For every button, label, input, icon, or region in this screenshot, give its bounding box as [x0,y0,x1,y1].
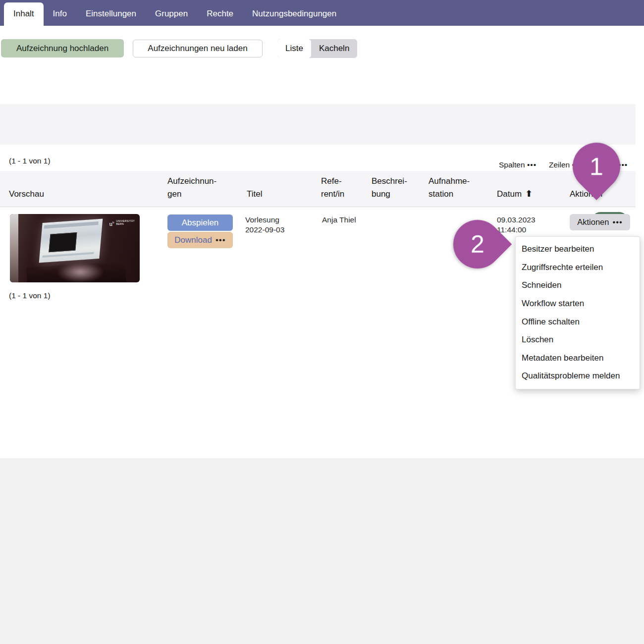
columns-menu-button[interactable]: Spalten ••• [499,161,537,169]
university-bern-logo: ub UNIVERSITÄT BERN [109,219,135,227]
header-line: station [429,188,470,201]
photo-left-glare [10,214,18,282]
tab-gruppen[interactable]: Gruppen [146,2,197,26]
result-count-bottom: (1 - 1 von 1) [9,291,51,300]
annotation-number: 1 [590,154,603,179]
header-line: Beschrei- [372,175,407,188]
sort-ascending-icon: ⬆ [525,189,533,199]
video-thumbnail[interactable]: ub UNIVERSITÄT BERN [10,214,140,282]
header-line: Vorschau [9,188,44,201]
header-line: gen [167,188,216,201]
rows-menu-button[interactable]: Zeilen • [549,161,575,169]
menu-item-schneiden[interactable]: Schneiden [516,276,640,295]
view-toggle-tiles[interactable]: Kacheln [311,39,357,58]
cell-presenter: Anja Thiel [322,215,356,225]
page: Inhalt Info Einstellungen Gruppen Rechte… [0,0,644,644]
menu-item-offline-schalten[interactable]: Offline schalten [516,313,640,331]
header-line: Refe- [321,175,344,188]
menu-item-workflow-starten[interactable]: Workflow starten [516,295,640,313]
header-referent[interactable]: Refe- rent/in [321,175,344,201]
cell-date: 09.03.2023 11:44:00 [497,215,536,234]
header-titel[interactable]: Titel [247,188,263,201]
ellipsis-icon: ••• [612,217,622,227]
actions-label: Aktionen [577,217,609,227]
columns-label: Spalten [499,161,525,169]
cell-title: Vorlesung 2022-09-03 [245,215,284,234]
tab-einstellungen[interactable]: Einstellungen [76,2,146,26]
screen-content-line [42,252,94,258]
header-line: Datum [497,189,522,199]
screen-toolbar [44,221,99,229]
view-toggle: Liste Kacheln [277,39,357,58]
ellipsis-icon: ••• [527,161,537,169]
ellipsis-icon: ••• [215,235,226,245]
result-count-top: (1 - 1 von 1) [9,157,51,165]
screen-video-inset [49,232,77,252]
header-aufzeichnungen[interactable]: Aufzeichnun- gen [167,175,216,201]
date-line: 11:44:00 [497,225,536,235]
logo-wordmark: UNIVERSITÄT BERN [116,219,135,225]
header-line: bung [372,188,407,201]
play-button[interactable]: Abspielen [167,215,233,231]
menu-item-zugriffsrechte-erteilen[interactable]: Zugriffsrechte erteilen [516,259,640,277]
download-label: Download [174,235,212,245]
laptop-screen [39,218,103,263]
header-vorschau[interactable]: Vorschau [9,188,44,201]
logo-u-glyph: ub [109,219,114,227]
title-line: 2022-09-03 [245,225,284,235]
tab-nutzungsbedingungen[interactable]: Nutzungsbedingungen [243,2,346,26]
row-actions-button[interactable]: Aktionen ••• [570,214,630,230]
rows-label: Zeilen [549,161,570,169]
filter-panel: Filter Titel: 09 ON [0,104,636,145]
download-button[interactable]: Download ••• [167,232,233,248]
tab-rechte[interactable]: Rechte [197,2,243,26]
annotation-number: 2 [471,232,484,257]
typing-hands [57,262,103,282]
title-line: Vorlesung [245,215,284,225]
header-line: rent/in [321,188,344,201]
tab-info[interactable]: Info [44,2,76,26]
table-header-row: Vorschau Aufzeichnun- gen Titel Refe- re… [0,171,636,207]
header-datum-sort[interactable]: Datum⬆ [497,187,533,201]
header-aufnahmestation[interactable]: Aufnahme- station [429,175,470,201]
page-footer-area [0,458,644,644]
header-line: Aufnahme- [429,175,470,188]
actions-dropdown-menu: Besitzer bearbeiten Zugriffsrechte ertei… [515,236,640,389]
view-toggle-list[interactable]: Liste [277,39,311,58]
upload-recording-button[interactable]: Aufzeichnung hochladen [1,39,124,57]
header-line: Aufzeichnun- [167,175,216,188]
reload-recordings-button[interactable]: Aufzeichnungen neu laden [133,40,263,57]
tab-inhalt[interactable]: Inhalt [4,2,44,26]
menu-item-loeschen[interactable]: Löschen [516,331,640,349]
header-line: Titel [247,188,263,201]
menu-item-metadaten-bearbeiten[interactable]: Metadaten bearbeiten [516,349,640,368]
date-line: 09.03.2023 [497,215,536,225]
menu-item-qualitaetsprobleme-melden[interactable]: Qualitätsprobleme melden [516,367,640,385]
menu-item-besitzer-bearbeiten[interactable]: Besitzer bearbeiten [516,240,640,259]
header-beschreibung[interactable]: Beschrei- bung [372,175,407,201]
top-navbar: Inhalt Info Einstellungen Gruppen Rechte… [0,0,644,26]
